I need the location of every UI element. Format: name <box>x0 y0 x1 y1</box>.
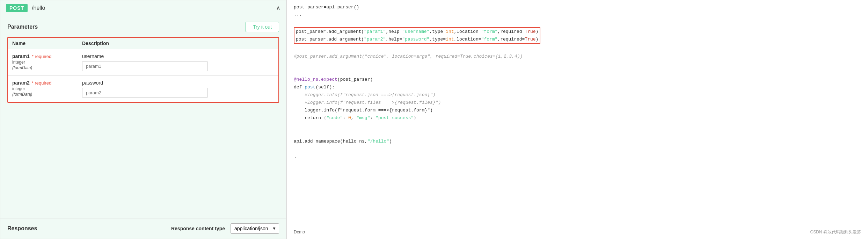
col-name-header: Name <box>12 41 82 46</box>
code-line-8 <box>294 60 861 68</box>
demo-label: Demo <box>294 229 305 236</box>
param-name-row: param1 * required <box>12 53 82 59</box>
params-table-header: Name Description <box>8 38 278 49</box>
responses-section: Responses Response content type applicat… <box>0 218 286 239</box>
code-line-20: . <box>294 153 861 161</box>
highlighted-block: post_parser.add_argument("param1",help="… <box>294 27 540 44</box>
try-it-out-button[interactable]: Try it out <box>246 22 279 32</box>
response-content-label: Response content type <box>171 226 225 231</box>
code-line-17 <box>294 130 861 138</box>
responses-title: Responses <box>7 225 37 232</box>
watermark: CSDN @敢代码敲到头发落 <box>810 229 861 236</box>
code-line-3 <box>294 19 861 27</box>
collapse-icon[interactable]: ∧ <box>276 4 280 12</box>
col-desc-header: Description <box>82 41 274 46</box>
table-row: param2 * required integer (formData) pas… <box>8 76 278 102</box>
params-header: Parameters Try it out <box>7 22 279 32</box>
code-line-14: logger.info(f"request.form ===>{request.… <box>294 107 861 114</box>
param-name: param2 <box>12 80 30 86</box>
params-table: Name Description param1 * required integ… <box>7 37 279 103</box>
code-line-7: #post_parser.add_argument("choice", loca… <box>294 53 861 60</box>
right-panel: post_parser=api.parser() ... post_parser… <box>286 0 868 239</box>
code-line-6 <box>294 45 861 52</box>
left-panel: POST /hello ∧ Parameters Try it out Name… <box>0 0 286 239</box>
code-line-13: #logger.info(f"request.files ===>{reques… <box>294 99 861 107</box>
param-location: (formData) <box>12 65 82 70</box>
param-name-col: param1 * required integer (formData) <box>12 53 82 71</box>
code-line-15: return {"code": 0, "msg": "post success"… <box>294 114 861 122</box>
response-content-select[interactable]: application/json <box>231 223 279 234</box>
param-required: * required <box>32 54 51 59</box>
param-description: password <box>82 80 274 86</box>
response-content-select-wrapper[interactable]: application/json <box>231 223 279 234</box>
param-description: username <box>82 53 274 59</box>
param-location: (formData) <box>12 92 82 97</box>
code-line-4: post_parser.add_argument("param1",help="… <box>296 28 538 36</box>
param-required: * required <box>32 80 51 86</box>
code-line-1: post_parser=api.parser() <box>294 3 861 11</box>
code-line-5: post_parser.add_argument("param2",help="… <box>296 36 538 43</box>
code-line-11: def post(self): <box>294 84 861 91</box>
param-name-row: param2 * required <box>12 80 82 86</box>
param-type: integer <box>12 60 82 65</box>
param-name: param1 <box>12 53 30 59</box>
param-name-col: param2 * required integer (formData) <box>12 80 82 98</box>
method-badge: POST <box>6 4 28 12</box>
params-section: Parameters Try it out Name Description p… <box>0 16 286 218</box>
param-type: integer <box>12 86 82 91</box>
params-title: Parameters <box>7 24 38 30</box>
code-line-18: api.add_namespace(hello_ns,"/hello") <box>294 138 861 145</box>
code-line-12: #logger.info(f"request.json ===>{request… <box>294 91 861 99</box>
table-row: param1 * required integer (formData) use… <box>8 49 278 76</box>
param-desc-col: username <box>82 53 274 71</box>
code-line-9 <box>294 68 861 76</box>
endpoint-path: /hello <box>32 5 45 11</box>
param2-input[interactable] <box>82 88 208 98</box>
code-line-19 <box>294 145 861 153</box>
code-line-10: @hello_ns.expect(post_parser) <box>294 76 861 84</box>
code-line-2: ... <box>294 11 861 19</box>
endpoint-header: POST /hello ∧ <box>0 0 286 16</box>
param-desc-col: password <box>82 80 274 98</box>
code-line-16 <box>294 122 861 130</box>
param1-input[interactable] <box>82 61 208 71</box>
